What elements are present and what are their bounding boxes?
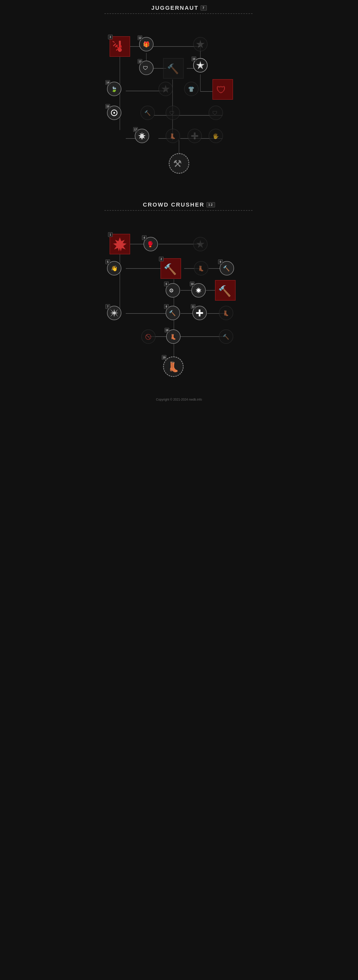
svg-text:⚙: ⚙ [169, 288, 174, 294]
c6-icon: ⚙ [168, 286, 177, 295]
crowd-crusher-level-badge: 12 [206, 202, 215, 207]
node-c5[interactable]: 5 👋 [107, 261, 121, 275]
c11-icon [195, 308, 204, 318]
j-c3-circle: 🛡 [166, 106, 180, 120]
crowd-crusher-skill-tree: 1 4 🥊 [104, 214, 254, 394]
c4-num: 4 [142, 235, 147, 240]
node-c1[interactable]: 1 [110, 234, 130, 255]
j-sq3-square: 🛡 [213, 79, 233, 100]
j15-num: 15 [105, 104, 110, 109]
j13-num: 13 [137, 59, 142, 64]
j-c4-circle: 🛡 [209, 106, 223, 120]
j-c5-circle: 👢 [166, 129, 180, 143]
svg-rect-42 [191, 135, 198, 137]
svg-text:👢: 👢 [170, 334, 177, 340]
c-c1-circle: 👢 [194, 261, 208, 275]
svg-text:👢: 👢 [198, 266, 205, 272]
node-c7[interactable]: 7 [107, 306, 121, 320]
c8-circle: 8 🔨 [166, 306, 180, 320]
node-j-sq2[interactable]: 🔨 [163, 58, 184, 79]
svg-text:👋: 👋 [111, 265, 118, 272]
node-c10[interactable]: 10 [191, 283, 206, 298]
node-c2[interactable]: 2 🔨 [160, 258, 181, 279]
c9-num: 9 [218, 259, 223, 264]
node-j-c4[interactable]: 🛡 [209, 106, 223, 120]
node-c8[interactable]: 8 🔨 [166, 306, 180, 320]
j-big-icon: ⚒ [172, 156, 186, 170]
svg-text:🔨: 🔨 [169, 310, 176, 317]
node-j-c3[interactable]: 🛡 [166, 106, 180, 120]
j14-circle: 14 🍃 [107, 82, 121, 96]
node-j-c1[interactable]: 👕 [184, 82, 198, 96]
j-c2-circle: 🔨 [141, 106, 155, 120]
crowd-crusher-title: CROWD CRUSHER 12 [104, 197, 254, 210]
j3-square: 3 ⚒ [110, 36, 130, 57]
node-j-c5[interactable]: 👢 [166, 129, 180, 143]
c5-circle: 5 👋 [107, 261, 121, 275]
j17-num: 17 [133, 127, 138, 132]
c7-circle: 7 [107, 306, 121, 320]
j-c7-circle: 🖐 [209, 129, 223, 143]
node-j-big[interactable]: ⚒ [169, 153, 189, 174]
node-c-sq1[interactable]: 🔨 [215, 280, 236, 301]
node-j16[interactable]: 16 [193, 58, 208, 72]
node-j17[interactable]: 17 [135, 129, 149, 143]
c6-num: 6 [164, 282, 169, 286]
node-c-c3[interactable]: 🚫 [141, 329, 156, 344]
svg-text:🔨: 🔨 [163, 263, 177, 276]
j14-num: 14 [105, 80, 110, 85]
c5-num: 5 [105, 259, 110, 264]
node-c4[interactable]: 4 🥊 [144, 237, 158, 251]
node-j3[interactable]: 3 ⚒ [110, 36, 130, 57]
c10-num: 10 [190, 282, 195, 286]
svg-text:🛡: 🛡 [143, 65, 148, 71]
node-j15[interactable]: 15 [107, 106, 121, 120]
svg-marker-39 [138, 132, 145, 140]
c8-icon: 🔨 [168, 308, 177, 318]
node-j-c7[interactable]: 🖐 [209, 129, 223, 143]
svg-text:👢: 👢 [169, 133, 176, 140]
j-c5-icon: 👢 [168, 131, 177, 140]
j-c1-icon: 👕 [187, 84, 196, 94]
j-s1-circle [193, 37, 208, 51]
node-c-s1[interactable] [193, 237, 208, 251]
node-j13[interactable]: 13 🛡 [139, 60, 153, 75]
j-sq2-square: 🔨 [163, 58, 184, 79]
node-c6[interactable]: 6 ⚙ [166, 283, 180, 298]
svg-text:🛡: 🛡 [169, 110, 175, 116]
c9-icon: 🔨 [222, 264, 232, 273]
node-j-sq3[interactable]: 🛡 [213, 79, 233, 100]
node-j-c2[interactable]: 🔨 [141, 106, 155, 120]
crowd-crusher-divider [104, 210, 254, 211]
j13-icon: 🛡 [142, 63, 151, 72]
svg-text:👕: 👕 [188, 86, 195, 92]
node-c11[interactable]: 11 [192, 306, 207, 320]
c10-icon [194, 286, 203, 295]
node-c-c2[interactable]: 👢 [219, 306, 233, 320]
page-wrap: JUGGERNAUT 7 [104, 0, 254, 980]
node-c9[interactable]: 9 🔨 [220, 261, 234, 275]
c4-circle: 4 🥊 [144, 237, 158, 251]
node-j14[interactable]: 14 🍃 [107, 82, 121, 96]
svg-text:👢: 👢 [168, 361, 180, 373]
node-j12[interactable]: 12 🎁 [139, 37, 153, 51]
node-j-s2[interactable] [158, 82, 173, 96]
node-c-c1[interactable]: 👢 [194, 261, 208, 275]
node-j-s1[interactable] [193, 37, 208, 51]
c-c2-icon: 👢 [221, 308, 231, 318]
node-c19[interactable]: 19 👢 [163, 356, 184, 377]
j-big-circle: ⚒ [169, 153, 189, 174]
juggernaut-title-text: JUGGERNAUT [151, 5, 198, 11]
node-c18[interactable]: 18 👢 [166, 329, 181, 344]
svg-text:🍃: 🍃 [111, 86, 118, 92]
c-s1-icon [196, 239, 205, 249]
c1-square: 1 [110, 234, 130, 255]
node-c-c4[interactable]: 🔨 [219, 329, 233, 344]
svg-line-22 [113, 41, 115, 42]
crowd-crusher-title-text: CROWD CRUSHER [143, 202, 205, 208]
j-c7-icon: 🖐 [211, 131, 221, 140]
svg-point-35 [113, 112, 115, 114]
svg-text:🔨: 🔨 [167, 63, 179, 75]
c-sq1-icon: 🔨 [217, 283, 233, 298]
node-j-c6[interactable] [187, 129, 202, 143]
